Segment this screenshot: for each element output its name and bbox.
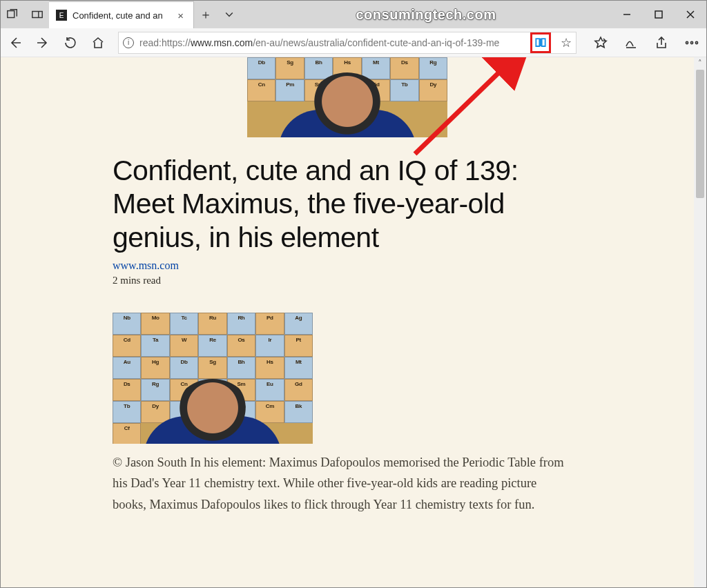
svg-point-3	[686, 41, 688, 43]
screenshot-watermark: consumingtech.com	[356, 7, 496, 23]
tab-aside-icon[interactable]	[30, 7, 45, 22]
share-icon[interactable]	[654, 35, 669, 50]
back-button[interactable]	[8, 35, 23, 50]
settings-more-icon[interactable]	[684, 35, 699, 50]
scrollbar-thumb[interactable]	[696, 70, 704, 198]
page-viewport: DbSgBhHsMtDsRgCnPmSmEuGdTbDy Confident, …	[1, 57, 706, 587]
minimize-button[interactable]	[611, 1, 643, 28]
url-text: read:https://www.msn.com/en-au/news/aust…	[139, 37, 523, 48]
window-titlebar: E Confident, cute and an × ＋ consumingte…	[1, 1, 706, 28]
article-source-link[interactable]: www.msn.com	[113, 259, 582, 272]
window-controls	[611, 1, 706, 28]
forward-button[interactable]	[35, 35, 50, 50]
home-button[interactable]	[90, 35, 106, 50]
refresh-button[interactable]	[63, 35, 78, 50]
article: DbSgBhHsMtDsRgCnPmSmEuGdTbDy Confident, …	[113, 57, 582, 542]
tabs-dropdown-icon[interactable]	[217, 1, 241, 28]
article-read-time: 2 mins read	[113, 275, 582, 286]
scroll-up-icon[interactable]: ˄	[694, 59, 706, 68]
tab-preview-controls	[1, 1, 49, 28]
article-headline: Confident, cute and an IQ of 139: Meet M…	[113, 154, 582, 254]
new-tab-button[interactable]: ＋	[194, 1, 217, 28]
svg-rect-2	[655, 11, 662, 18]
tab-actions: ＋	[194, 1, 241, 28]
article-body-image: NbMoTcRuRhPdAgCdTaWReOsIrPtAuHgDbSgBhHsM…	[113, 313, 313, 444]
vertical-scrollbar[interactable]: ˄	[694, 57, 706, 587]
favorite-star-icon[interactable]: ☆	[556, 35, 572, 50]
title-center: consumingtech.com	[241, 1, 611, 28]
favorites-panel-icon[interactable]	[593, 35, 608, 50]
svg-point-4	[690, 41, 693, 43]
svg-rect-1	[32, 12, 42, 18]
reading-view-button[interactable]	[530, 32, 551, 53]
notes-icon[interactable]	[623, 35, 639, 50]
close-tab-icon[interactable]: ×	[175, 10, 186, 21]
url-input[interactable]: i read:https://www.msn.com/en-au/news/au…	[118, 32, 577, 54]
browser-tab[interactable]: E Confident, cute and an ×	[49, 1, 194, 28]
tab-favicon: E	[56, 10, 67, 21]
svg-rect-0	[8, 11, 14, 18]
reader-view-content: DbSgBhHsMtDsRgCnPmSmEuGdTbDy Confident, …	[1, 57, 694, 587]
close-window-button[interactable]	[675, 1, 706, 28]
toolbar-right	[589, 35, 699, 50]
tab-group-icon[interactable]	[5, 7, 20, 22]
article-hero-image: DbSgBhHsMtDsRgCnPmSmEuGdTbDy	[247, 57, 447, 137]
site-info-icon[interactable]: i	[123, 37, 134, 48]
tab-title: Confident, cute and an	[72, 10, 175, 21]
svg-point-5	[695, 41, 697, 43]
address-bar-row: i read:https://www.msn.com/en-au/news/au…	[1, 28, 706, 57]
maximize-button[interactable]	[643, 1, 675, 28]
article-image-caption: © Jason South In his element: Maximus Da…	[113, 452, 568, 515]
